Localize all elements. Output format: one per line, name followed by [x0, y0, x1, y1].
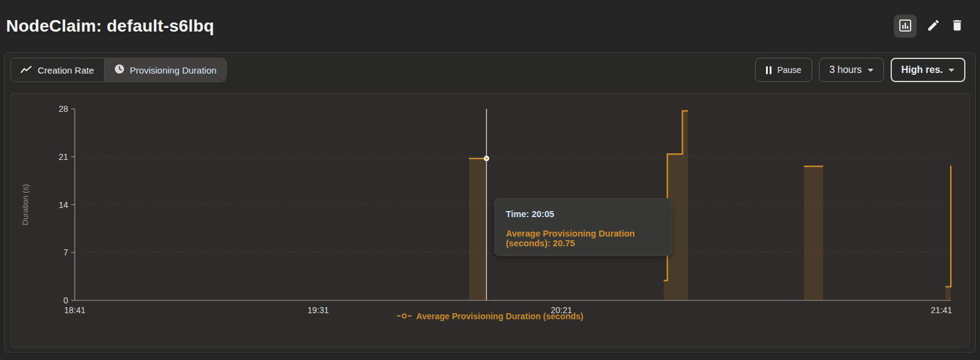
chevron-down-icon	[948, 69, 954, 72]
page-title: NodeClaim: default-s6lbq	[6, 16, 214, 36]
chart-toolbar: Creation Rate Provisioning Duration Paus…	[5, 53, 975, 82]
chart-card: Creation Rate Provisioning Duration Paus…	[4, 52, 976, 353]
time-range-value: 3 hours	[829, 64, 861, 75]
chart-tooltip: Time: 20:05 Average Provisioning Duratio…	[494, 198, 672, 256]
cursor-point-center	[485, 158, 488, 160]
y-tick-label: 21	[58, 152, 68, 162]
bar-chart-icon	[898, 18, 913, 35]
trash-icon	[950, 18, 964, 34]
pencil-icon	[927, 18, 940, 34]
tooltip-time: Time: 20:05	[506, 209, 661, 219]
tab-label: Creation Rate	[38, 65, 94, 75]
y-tick-label: 0	[63, 296, 68, 305]
header-actions	[894, 15, 964, 38]
tab-creation-rate[interactable]: Creation Rate	[11, 58, 104, 81]
tab-label: Provisioning Duration	[130, 65, 217, 75]
chart-panel: 0714212818:4119:3120:2121:41Duration (s)…	[10, 93, 970, 347]
legend-label: Average Provisioning Duration (seconds)	[416, 311, 584, 321]
resolution-select[interactable]: High res.	[891, 58, 965, 82]
chart-legend[interactable]: Average Provisioning Duration (seconds)	[11, 311, 969, 322]
tab-provisioning-duration[interactable]: Provisioning Duration	[104, 58, 227, 81]
series-area	[945, 165, 951, 300]
legend-marker-icon	[397, 311, 412, 322]
toolbar-actions: Pause 3 hours High res.	[755, 58, 965, 82]
time-range-select[interactable]: 3 hours	[819, 58, 883, 82]
y-tick-label: 28	[58, 104, 68, 114]
pause-button[interactable]: Pause	[755, 58, 812, 82]
y-tick-label: 14	[58, 200, 68, 210]
series-area	[469, 159, 487, 300]
tooltip-value: Average Provisioning Duration (seconds):…	[506, 229, 661, 248]
chart-tabs: Creation Rate Provisioning Duration	[10, 58, 227, 82]
chart-view-button[interactable]	[894, 15, 917, 38]
series-area	[804, 167, 823, 301]
resolution-value: High res.	[902, 64, 943, 75]
chevron-down-icon	[868, 69, 874, 72]
clock-icon	[114, 64, 125, 76]
edit-button[interactable]	[927, 18, 940, 34]
series-line	[945, 165, 951, 286]
delete-button[interactable]	[950, 18, 964, 34]
pause-label: Pause	[777, 65, 801, 75]
pause-icon	[766, 66, 771, 74]
page-header: NodeClaim: default-s6lbq	[0, 0, 980, 52]
y-axis-title: Duration (s)	[21, 184, 30, 226]
chart-plot[interactable]: 0714212818:4119:3120:2121:41Duration (s)	[11, 94, 969, 347]
y-tick-label: 7	[63, 248, 68, 257]
trend-line-icon	[21, 65, 32, 75]
